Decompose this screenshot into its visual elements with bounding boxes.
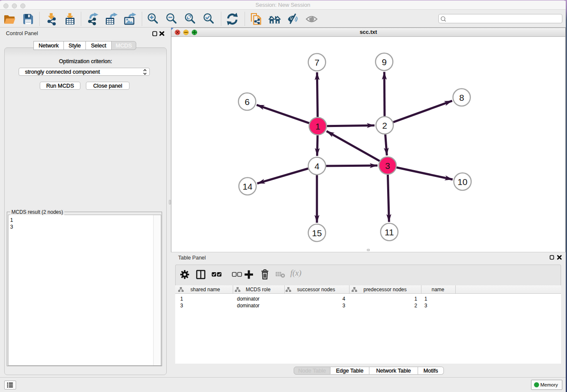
svg-text:15: 15 (312, 228, 322, 238)
svg-text:3: 3 (385, 161, 390, 171)
svg-text:14: 14 (242, 182, 253, 191)
svg-text:2: 2 (382, 121, 387, 130)
svg-text:1: 1 (315, 121, 320, 131)
svg-text:8: 8 (459, 93, 464, 102)
svg-text:10: 10 (457, 177, 467, 187)
svg-text:4: 4 (314, 161, 319, 171)
svg-text:11: 11 (385, 227, 394, 237)
svg-text:7: 7 (314, 58, 319, 67)
svg-text:9: 9 (382, 57, 387, 67)
svg-text:6: 6 (245, 97, 250, 107)
